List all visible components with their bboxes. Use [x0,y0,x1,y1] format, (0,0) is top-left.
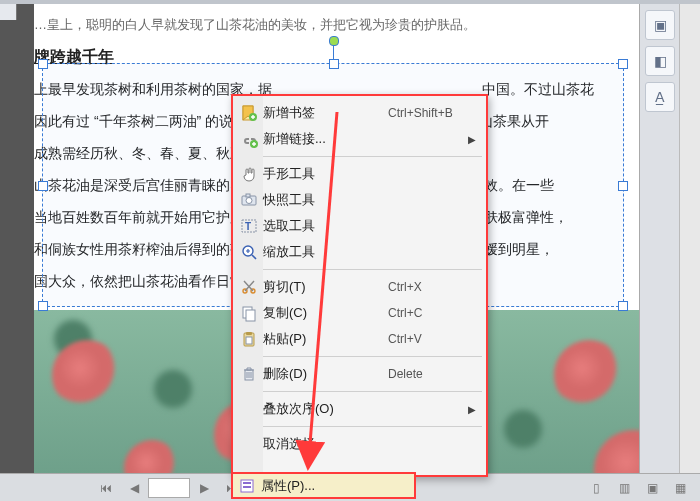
menu-item-label: 取消选择 [263,435,388,453]
menu-separator [237,156,482,157]
context-menu: 新增书签Ctrl+Shift+B新增链接...▶手形工具快照工具T选取工具缩放工… [231,94,488,477]
menu-separator [237,356,482,357]
menu-item-0[interactable]: 新增书签Ctrl+Shift+B [235,100,484,126]
menu-item-1[interactable]: 新增链接...▶ [235,126,484,152]
page-number-input[interactable] [148,478,190,498]
doc-p1b: 中国。不过山茶花 [482,81,594,97]
menu-item-shortcut: Ctrl+X [388,280,484,294]
menu-item-label: 叠放次序(O) [263,400,388,418]
menu-item-3[interactable]: 手形工具 [235,161,484,187]
cut-icon [235,278,263,296]
menu-item-label: 粘贴(P) [263,330,388,348]
tool-generic-2[interactable]: ◧ [645,46,675,76]
left-dark-rail [0,20,16,474]
menu-separator [237,269,482,270]
view-continuous-icon[interactable]: ▥ [612,478,636,498]
svg-rect-18 [243,482,251,484]
prev-page-icon[interactable]: ◀ [122,478,146,498]
submenu-arrow-icon: ▶ [468,134,476,145]
delete-icon [235,365,263,383]
svg-point-4 [246,198,252,204]
bookmark-add-icon [235,104,263,122]
menu-item-label: 新增链接... [263,130,388,148]
right-tool-rail: ▣ ◧ A̲ [639,4,680,474]
menu-item-shortcut: Ctrl+Shift+B [388,106,484,120]
view-facing-cont-icon[interactable]: ▦ [668,478,692,498]
vertical-scrollbar[interactable] [679,4,700,474]
menu-item-label: 删除(D) [263,365,388,383]
menu-item-8[interactable]: 剪切(T)Ctrl+X [235,274,484,300]
menu-item-10[interactable]: 粘贴(P)Ctrl+V [235,326,484,352]
submenu-arrow-icon: ▶ [468,404,476,415]
copy-icon [235,304,263,322]
menu-item-shortcut: Ctrl+V [388,332,484,346]
corner-tab [0,4,17,20]
menu-item-label: 剪切(T) [263,278,388,296]
properties-label: 属性(P)... [261,477,315,495]
svg-rect-12 [246,310,255,321]
menu-item-label: 复制(C) [263,304,388,322]
properties-icon [239,478,255,494]
menu-item-12[interactable]: 删除(D)Delete [235,361,484,387]
menu-separator [237,426,482,427]
paste-icon [235,330,263,348]
doc-heading: 牌跨越千年 [34,46,622,68]
svg-rect-15 [246,337,252,344]
svg-rect-5 [246,194,250,197]
menu-item-shortcut: Delete [388,367,484,381]
link-add-icon [235,130,263,148]
menu-item-label: 新增书签 [263,104,388,122]
menu-separator [237,391,482,392]
svg-rect-14 [246,332,252,335]
svg-rect-19 [243,486,251,488]
menu-item-16[interactable]: 取消选择 [235,431,484,457]
menu-item-14[interactable]: 叠放次序(O)▶ [235,396,484,422]
text-select-icon: T [235,217,263,235]
svg-text:T: T [245,221,251,232]
doc-line-above: …皇上，聪明的白人早就发现了山茶花油的美妆，并把它视为珍贵的护肤品。 [34,14,622,36]
menu-item-label: 选取工具 [263,217,388,235]
next-page-icon[interactable]: ▶ [192,478,216,498]
menu-item-9[interactable]: 复制(C)Ctrl+C [235,300,484,326]
view-single-icon[interactable]: ▯ [584,478,608,498]
tool-generic-3[interactable]: A̲ [645,82,675,112]
menu-item-6[interactable]: 缩放工具 [235,239,484,265]
zoom-icon [235,243,263,261]
properties-button[interactable]: 属性(P)... [231,472,416,499]
camera-icon [235,191,263,209]
menu-item-label: 缩放工具 [263,243,388,261]
menu-item-label: 快照工具 [263,191,388,209]
tool-generic-1[interactable]: ▣ [645,10,675,40]
view-facing-icon[interactable]: ▣ [640,478,664,498]
menu-item-label: 手形工具 [263,165,388,183]
menu-item-4[interactable]: 快照工具 [235,187,484,213]
menu-item-shortcut: Ctrl+C [388,306,484,320]
menu-item-5[interactable]: T选取工具 [235,213,484,239]
hand-icon [235,165,263,183]
first-page-icon[interactable]: ⏮ [94,478,118,498]
